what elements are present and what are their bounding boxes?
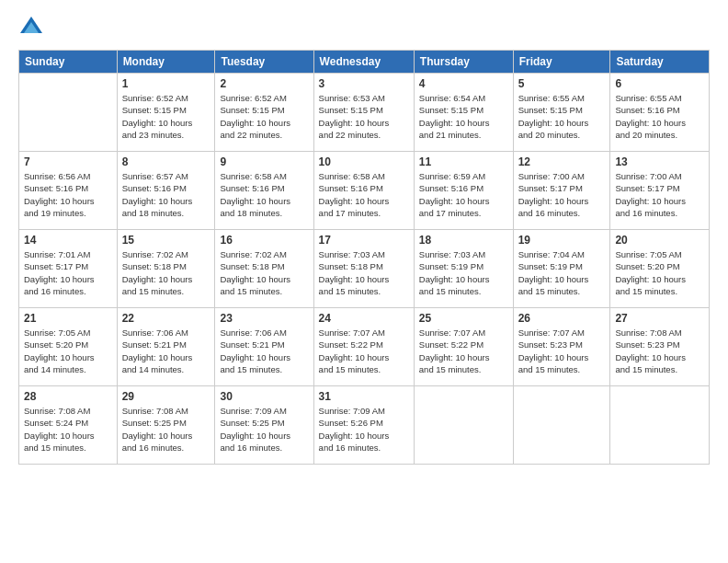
day-info: Sunrise: 7:08 AM Sunset: 5:25 PM Dayligh…	[122, 405, 210, 454]
day-number: 23	[220, 312, 308, 325]
day-info: Sunrise: 6:57 AM Sunset: 5:16 PM Dayligh…	[122, 170, 210, 219]
day-cell: 17Sunrise: 7:03 AM Sunset: 5:18 PM Dayli…	[313, 230, 414, 308]
week-row: 1Sunrise: 6:52 AM Sunset: 5:15 PM Daylig…	[19, 74, 710, 152]
day-number: 27	[615, 312, 704, 325]
weekday-header: Monday	[117, 51, 215, 74]
header	[18, 15, 710, 40]
day-info: Sunrise: 6:55 AM Sunset: 5:15 PM Dayligh…	[518, 92, 606, 141]
day-cell	[610, 386, 710, 465]
day-info: Sunrise: 6:52 AM Sunset: 5:15 PM Dayligh…	[122, 92, 210, 141]
day-cell: 30Sunrise: 7:09 AM Sunset: 5:25 PM Dayli…	[215, 386, 313, 465]
day-number: 28	[24, 390, 112, 403]
day-info: Sunrise: 7:05 AM Sunset: 5:20 PM Dayligh…	[615, 248, 704, 297]
day-number: 14	[24, 234, 112, 247]
day-info: Sunrise: 6:54 AM Sunset: 5:15 PM Dayligh…	[419, 92, 508, 141]
day-number: 4	[419, 77, 508, 90]
day-cell: 1Sunrise: 6:52 AM Sunset: 5:15 PM Daylig…	[117, 74, 215, 152]
day-number: 19	[518, 234, 606, 247]
logo-icon	[18, 15, 44, 40]
weekday-header: Thursday	[414, 51, 513, 74]
day-cell: 2Sunrise: 6:52 AM Sunset: 5:15 PM Daylig…	[215, 74, 313, 152]
logo	[18, 15, 48, 40]
day-cell: 24Sunrise: 7:07 AM Sunset: 5:22 PM Dayli…	[313, 308, 414, 386]
day-number: 22	[122, 312, 210, 325]
day-cell: 13Sunrise: 7:00 AM Sunset: 5:17 PM Dayli…	[610, 152, 710, 230]
day-number: 21	[24, 312, 112, 325]
day-cell: 14Sunrise: 7:01 AM Sunset: 5:17 PM Dayli…	[19, 230, 118, 308]
day-number: 24	[319, 312, 409, 325]
day-info: Sunrise: 7:04 AM Sunset: 5:19 PM Dayligh…	[518, 248, 606, 297]
week-row: 28Sunrise: 7:08 AM Sunset: 5:24 PM Dayli…	[19, 386, 710, 465]
day-number: 17	[319, 234, 409, 247]
day-info: Sunrise: 7:08 AM Sunset: 5:24 PM Dayligh…	[24, 405, 112, 454]
day-info: Sunrise: 7:03 AM Sunset: 5:19 PM Dayligh…	[419, 248, 508, 297]
day-cell: 25Sunrise: 7:07 AM Sunset: 5:22 PM Dayli…	[414, 308, 513, 386]
page: SundayMondayTuesdayWednesdayThursdayFrid…	[0, 0, 728, 563]
day-cell: 11Sunrise: 6:59 AM Sunset: 5:16 PM Dayli…	[414, 152, 513, 230]
day-info: Sunrise: 7:01 AM Sunset: 5:17 PM Dayligh…	[24, 248, 112, 297]
calendar-header: SundayMondayTuesdayWednesdayThursdayFrid…	[19, 51, 710, 74]
day-number: 5	[518, 77, 606, 90]
day-cell: 5Sunrise: 6:55 AM Sunset: 5:15 PM Daylig…	[513, 74, 610, 152]
day-number: 25	[419, 312, 508, 325]
day-cell: 4Sunrise: 6:54 AM Sunset: 5:15 PM Daylig…	[414, 74, 513, 152]
weekday-header: Wednesday	[313, 51, 414, 74]
day-number: 12	[518, 155, 606, 168]
day-cell: 29Sunrise: 7:08 AM Sunset: 5:25 PM Dayli…	[117, 386, 215, 465]
day-number: 1	[122, 77, 210, 90]
day-number: 10	[319, 155, 409, 168]
day-number: 13	[615, 155, 704, 168]
day-cell: 6Sunrise: 6:55 AM Sunset: 5:16 PM Daylig…	[610, 74, 710, 152]
day-cell: 9Sunrise: 6:58 AM Sunset: 5:16 PM Daylig…	[215, 152, 313, 230]
day-number: 29	[122, 390, 210, 403]
day-cell: 22Sunrise: 7:06 AM Sunset: 5:21 PM Dayli…	[117, 308, 215, 386]
day-cell	[414, 386, 513, 465]
day-cell	[513, 386, 610, 465]
weekday-header: Sunday	[19, 51, 118, 74]
day-cell: 20Sunrise: 7:05 AM Sunset: 5:20 PM Dayli…	[610, 230, 710, 308]
day-number: 8	[122, 155, 210, 168]
day-cell: 15Sunrise: 7:02 AM Sunset: 5:18 PM Dayli…	[117, 230, 215, 308]
day-info: Sunrise: 7:07 AM Sunset: 5:22 PM Dayligh…	[419, 327, 508, 375]
day-cell: 28Sunrise: 7:08 AM Sunset: 5:24 PM Dayli…	[19, 386, 118, 465]
day-number: 20	[615, 234, 704, 247]
day-info: Sunrise: 7:07 AM Sunset: 5:22 PM Dayligh…	[319, 327, 409, 375]
weekday-header: Friday	[513, 51, 610, 74]
day-info: Sunrise: 6:58 AM Sunset: 5:16 PM Dayligh…	[319, 170, 409, 219]
day-info: Sunrise: 7:06 AM Sunset: 5:21 PM Dayligh…	[220, 327, 308, 375]
day-number: 18	[419, 234, 508, 247]
day-number: 30	[220, 390, 308, 403]
day-info: Sunrise: 7:09 AM Sunset: 5:25 PM Dayligh…	[220, 405, 308, 454]
day-cell	[19, 74, 118, 152]
calendar-body: 1Sunrise: 6:52 AM Sunset: 5:15 PM Daylig…	[19, 74, 710, 465]
day-info: Sunrise: 6:59 AM Sunset: 5:16 PM Dayligh…	[419, 170, 508, 219]
day-info: Sunrise: 6:56 AM Sunset: 5:16 PM Dayligh…	[24, 170, 112, 219]
day-info: Sunrise: 7:03 AM Sunset: 5:18 PM Dayligh…	[319, 248, 409, 297]
day-cell: 26Sunrise: 7:07 AM Sunset: 5:23 PM Dayli…	[513, 308, 610, 386]
header-row: SundayMondayTuesdayWednesdayThursdayFrid…	[19, 51, 710, 74]
calendar: SundayMondayTuesdayWednesdayThursdayFrid…	[18, 50, 710, 465]
day-number: 3	[319, 77, 409, 90]
day-number: 15	[122, 234, 210, 247]
day-cell: 12Sunrise: 7:00 AM Sunset: 5:17 PM Dayli…	[513, 152, 610, 230]
week-row: 7Sunrise: 6:56 AM Sunset: 5:16 PM Daylig…	[19, 152, 710, 230]
day-cell: 7Sunrise: 6:56 AM Sunset: 5:16 PM Daylig…	[19, 152, 118, 230]
weekday-header: Saturday	[610, 51, 710, 74]
week-row: 14Sunrise: 7:01 AM Sunset: 5:17 PM Dayli…	[19, 230, 710, 308]
day-info: Sunrise: 6:53 AM Sunset: 5:15 PM Dayligh…	[319, 92, 409, 141]
day-number: 6	[615, 77, 704, 90]
day-number: 11	[419, 155, 508, 168]
day-number: 7	[24, 155, 112, 168]
day-info: Sunrise: 7:09 AM Sunset: 5:26 PM Dayligh…	[319, 405, 409, 454]
day-number: 9	[220, 155, 308, 168]
day-cell: 31Sunrise: 7:09 AM Sunset: 5:26 PM Dayli…	[313, 386, 414, 465]
day-info: Sunrise: 6:52 AM Sunset: 5:15 PM Dayligh…	[220, 92, 308, 141]
day-cell: 8Sunrise: 6:57 AM Sunset: 5:16 PM Daylig…	[117, 152, 215, 230]
day-info: Sunrise: 7:07 AM Sunset: 5:23 PM Dayligh…	[518, 327, 606, 375]
day-info: Sunrise: 7:06 AM Sunset: 5:21 PM Dayligh…	[122, 327, 210, 375]
day-cell: 18Sunrise: 7:03 AM Sunset: 5:19 PM Dayli…	[414, 230, 513, 308]
day-cell: 21Sunrise: 7:05 AM Sunset: 5:20 PM Dayli…	[19, 308, 118, 386]
day-info: Sunrise: 6:58 AM Sunset: 5:16 PM Dayligh…	[220, 170, 308, 219]
day-cell: 27Sunrise: 7:08 AM Sunset: 5:23 PM Dayli…	[610, 308, 710, 386]
day-number: 16	[220, 234, 308, 247]
